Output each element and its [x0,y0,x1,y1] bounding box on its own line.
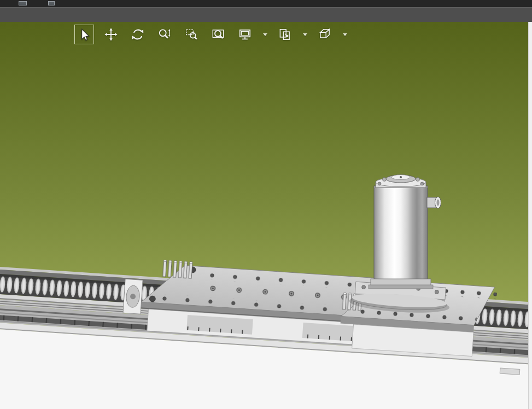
rotate-tool-button[interactable] [128,25,148,44]
menubar [0,7,532,22]
dowel-pins [161,259,194,280]
rotate-icon [130,27,145,42]
cylinder-side-port [427,197,441,208]
viewport [0,22,532,409]
standard-views-tool-button[interactable] [315,25,335,44]
standard-views-dropdown-caret[interactable] [342,25,348,44]
pan-icon [104,27,118,42]
view-orientation-tool-button[interactable] [235,25,255,44]
3d-box-icon [318,27,332,42]
view-toolbar [74,25,348,44]
monitor-icon [238,27,252,42]
titlebar [0,0,532,7]
document-icon[interactable] [48,1,55,5]
zoom-icon [157,27,172,42]
app-icon[interactable] [19,1,27,5]
zoom-area-icon [184,27,198,42]
select-tool-button[interactable] [74,25,94,44]
screw-bearing-block [123,279,143,314]
sheets-tool-button[interactable] [275,25,295,44]
select-cursor-icon [77,27,91,42]
3d-viewport[interactable] [0,22,532,409]
sheets-dropdown-caret[interactable] [302,25,308,44]
view-orientation-dropdown-caret[interactable] [262,25,268,44]
edrawings-window [0,0,532,409]
pan-tool-button[interactable] [101,25,121,44]
zoom-fit-icon [211,27,225,42]
zoom-tool-button[interactable] [155,25,174,44]
window-right-edge [528,22,532,409]
zoom-fit-tool-button[interactable] [208,25,228,44]
sheets-icon [278,27,292,42]
zoom-area-tool-button[interactable] [182,25,201,44]
